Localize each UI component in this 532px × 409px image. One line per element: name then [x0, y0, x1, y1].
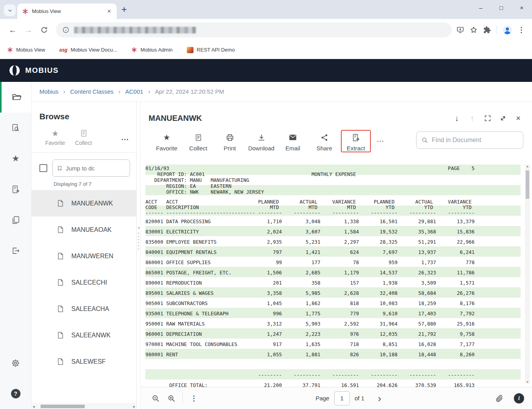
browse-favorite-button[interactable]: ★ Favorite: [41, 130, 69, 146]
close-viewer-icon[interactable]: ×: [514, 114, 523, 122]
document-lines-icon: [80, 129, 87, 137]
report-totals: -------- --------- --------- --------- -…: [145, 360, 521, 387]
document-icon: [57, 278, 64, 287]
app-header: MOBIUS: [0, 59, 532, 82]
page-number-input[interactable]: [334, 391, 350, 405]
viewer-vertical-scrollbar[interactable]: ▲ ▼: [525, 165, 530, 384]
browse-horizontal-scrollbar[interactable]: ◂ ▸: [32, 403, 136, 409]
page-options-icon[interactable]: ⋮: [186, 390, 202, 406]
extract-button[interactable]: Extract: [342, 131, 370, 152]
jump-to-doc-input[interactable]: [66, 165, 126, 172]
rail-search-item[interactable]: [0, 113, 31, 143]
document-page: 01/16/93 PAGE 5 REPORT ID: AC001 MONTHLY…: [141, 161, 532, 387]
forward-icon[interactable]: →: [21, 23, 35, 37]
document-icon: [57, 252, 64, 260]
url-bar[interactable]: [56, 22, 452, 37]
scroll-right-icon[interactable]: ▸: [132, 404, 136, 409]
document-list: MANUEANWK MANUEAOAK MANUWEREN: [32, 190, 136, 409]
bookmark-mobius-docs[interactable]: asg Mobius View Docu...: [59, 47, 117, 53]
document-list-item[interactable]: SALECECHI: [32, 269, 136, 296]
greenbar-report: 01/16/93 PAGE 5 REPORT ID: AC001 MONTHLY…: [145, 165, 521, 387]
window-maximize-icon[interactable]: □: [491, 0, 512, 15]
bookmark-mobius-admin[interactable]: Mobius Admin: [131, 47, 173, 53]
upload-document-icon[interactable]: ↑: [468, 114, 476, 122]
page-label: Page: [316, 395, 329, 402]
download-document-icon[interactable]: ↓: [452, 114, 461, 122]
document-list-item[interactable]: MANUEAOAK: [32, 217, 136, 243]
collect-button[interactable]: Collect: [182, 131, 214, 152]
document-list-item[interactable]: MANUEANWK: [32, 190, 136, 217]
bottom-right-icons: i: [495, 393, 526, 403]
document-list-item[interactable]: SALEEACHA: [32, 296, 136, 322]
report-column-headers: ACCT ACCT PLANNED ACTUAL VARIANCE PLANNE…: [145, 195, 521, 216]
zoom-in-button[interactable]: [164, 390, 179, 406]
document-name: SALECECHI: [71, 279, 107, 286]
collapse-panel-icon[interactable]: ◂: [138, 226, 140, 229]
toolbar-more-icon[interactable]: …: [372, 131, 389, 143]
profile-avatar[interactable]: [502, 25, 512, 35]
bookmark-mobius-view[interactable]: Mobius View: [7, 47, 45, 53]
url-redacted-text: [74, 27, 196, 33]
select-all-checkbox[interactable]: [39, 164, 47, 172]
refresh-icon[interactable]: [37, 23, 51, 37]
document-list-item[interactable]: SALEWESF: [32, 348, 136, 375]
nav-right-icons: ⋮: [456, 25, 526, 35]
back-icon[interactable]: ←: [6, 23, 20, 37]
document-list-item[interactable]: SALEEANWK: [32, 322, 136, 348]
paperclip-icon: [495, 394, 504, 403]
find-in-document-input[interactable]: [432, 137, 518, 144]
fullscreen-icon[interactable]: [483, 114, 492, 122]
viewer-toolbar: ★ Favorite Collect: [141, 124, 532, 161]
extensions-icon[interactable]: [483, 26, 491, 34]
jump-to-doc-field[interactable]: [52, 159, 130, 177]
rail-collections-item[interactable]: [0, 205, 31, 235]
expand-diagonal-icon[interactable]: [499, 114, 507, 122]
new-tab-button[interactable]: +: [121, 5, 127, 14]
rail-settings-item[interactable]: [0, 348, 31, 378]
email-button[interactable]: Email: [277, 131, 309, 152]
window-close-icon[interactable]: ×: [512, 0, 532, 15]
rail-extract-item[interactable]: [0, 174, 31, 205]
document-icon: [57, 305, 64, 313]
print-button[interactable]: Print: [214, 131, 246, 152]
browser-tab[interactable]: Mobius View ×: [17, 4, 117, 19]
bookmark-star-icon[interactable]: [470, 26, 478, 34]
scrollbar-thumb[interactable]: [41, 405, 85, 408]
browser-menu-icon[interactable]: ⋮: [518, 26, 525, 34]
breadcrumb-ac001[interactable]: AC001: [125, 88, 143, 95]
breadcrumb-mobius[interactable]: Mobius: [39, 88, 58, 95]
bookmark-rest-api-demo[interactable]: REST API Demo: [187, 47, 235, 53]
rail-help-item[interactable]: ?: [0, 378, 31, 409]
favorite-button[interactable]: ★ Favorite: [151, 131, 182, 152]
export-icon: [11, 246, 20, 255]
share-button[interactable]: Share: [309, 131, 340, 152]
info-icon[interactable]: i: [514, 393, 524, 403]
browse-collect-button[interactable]: Collect: [69, 129, 98, 146]
next-page-icon[interactable]: ›: [378, 393, 381, 403]
site-info-icon[interactable]: [62, 26, 69, 33]
download-icon: [257, 133, 266, 142]
tab-close-icon[interactable]: ×: [106, 7, 113, 15]
scroll-left-icon[interactable]: ◂: [32, 404, 36, 409]
tab-strip: Mobius View × + – □ ×: [0, 0, 532, 19]
zoom-in-icon: [167, 394, 176, 403]
document-list-item[interactable]: MANUWEREN: [32, 243, 136, 269]
zoom-out-button[interactable]: [148, 390, 164, 406]
download-button[interactable]: Download: [246, 131, 277, 152]
rail-favorites-item[interactable]: ★: [0, 143, 31, 174]
scroll-up-icon[interactable]: ▲: [526, 165, 529, 168]
scroll-down-icon[interactable]: ▼: [526, 380, 529, 384]
rail-export-item[interactable]: [0, 235, 31, 266]
breadcrumb-content-classes[interactable]: Content Classes: [70, 88, 113, 95]
chevron-down-icon: [7, 8, 13, 13]
scrollbar-thumb[interactable]: [526, 170, 529, 199]
attachments-button[interactable]: [495, 394, 504, 403]
rail-browse-item[interactable]: [0, 82, 31, 113]
find-in-document-field[interactable]: [416, 131, 523, 149]
browse-more-icon[interactable]: …: [121, 133, 129, 142]
window-minimize-icon[interactable]: –: [471, 0, 491, 15]
tab-search-button[interactable]: [4, 4, 16, 16]
window-controls: – □ ×: [471, 0, 532, 15]
install-app-icon[interactable]: [456, 26, 464, 34]
panel-resize-handle[interactable]: ◂: [137, 102, 141, 409]
